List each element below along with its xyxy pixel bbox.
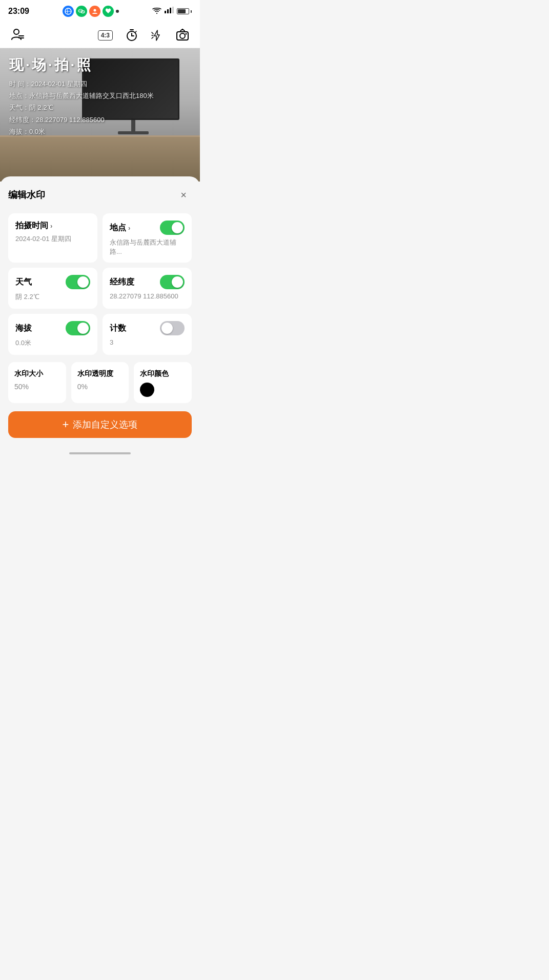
- watermark-location-row: 地点：永信路与岳麓西大道辅路交叉口西北180米: [9, 90, 154, 102]
- toggle-altitude[interactable]: [66, 321, 90, 335]
- alt-label: 海拔：: [9, 128, 29, 135]
- card-header-weather: 天气: [15, 275, 90, 289]
- edit-watermark-panel: 编辑水印 × 拍摄时间 ›2024-02-01 星期四地点 ›永信路与岳麓西大道…: [0, 176, 200, 448]
- status-time: 23:09: [8, 7, 29, 16]
- toggle-location[interactable]: [160, 221, 185, 235]
- svg-point-6: [83, 11, 84, 12]
- svg-rect-9: [167, 9, 169, 13]
- toggle-weather[interactable]: [66, 275, 90, 289]
- plus-icon: +: [63, 418, 69, 431]
- battery-icon: [177, 8, 192, 14]
- watermark-color-swatch[interactable]: [140, 383, 154, 397]
- time-label: 时 间：: [9, 80, 31, 88]
- svg-rect-11: [172, 7, 174, 13]
- timer-button[interactable]: [125, 29, 138, 42]
- watermark-text-overlay: 现·场·拍·照 时 间：2024-02-01 星期四 地点：永信路与岳麓西大道辅…: [0, 48, 163, 146]
- svg-rect-10: [170, 8, 171, 13]
- coord-value: 28.227079 112.885600: [36, 116, 105, 124]
- card-header-coordinates: 经纬度: [110, 275, 185, 289]
- settings-card-watermark-color[interactable]: 水印颜色: [134, 362, 192, 403]
- card-value-coordinates: 28.227079 112.885600: [110, 292, 185, 300]
- watermark-title: 现·场·拍·照: [9, 56, 154, 74]
- wifi-icon: [152, 7, 161, 16]
- card-shoot-time[interactable]: 拍摄时间 ›2024-02-01 星期四: [8, 213, 97, 263]
- browser-icon: [63, 6, 74, 17]
- toggle-count[interactable]: [160, 321, 185, 335]
- card-header-location: 地点 ›: [110, 221, 185, 235]
- location-value: 永信路与岳麓西大道辅路交叉口西北180米: [29, 92, 154, 99]
- camera-preview: 现·场·拍·照 时 间：2024-02-01 星期四 地点：永信路与岳麓西大道辅…: [0, 48, 200, 182]
- toggle-knob: [172, 276, 183, 288]
- watermark-time-row: 时 间：2024-02-01 星期四: [9, 78, 154, 90]
- chevron-icon: ›: [128, 224, 130, 232]
- aspect-ratio-button[interactable]: 4:3: [98, 30, 113, 41]
- settings-value-watermark-size: 50%: [14, 383, 60, 391]
- svg-point-2: [79, 10, 80, 11]
- weather-label: 天气：: [9, 104, 29, 111]
- toolbar-left: [10, 27, 25, 44]
- add-button-label: 添加自定义选项: [73, 418, 137, 431]
- card-value-weather: 阴 2.2℃: [15, 292, 90, 302]
- avatar-icon: [89, 6, 100, 17]
- card-header-shoot-time: 拍摄时间 ›: [15, 221, 90, 231]
- camera-switch-button[interactable]: [175, 28, 190, 43]
- card-altitude[interactable]: 海拔0.0米: [8, 314, 97, 355]
- card-count[interactable]: 计数3: [103, 314, 192, 355]
- toggle-coordinates[interactable]: [160, 275, 185, 289]
- add-custom-button[interactable]: + 添加自定义选项: [8, 411, 192, 438]
- settings-card-watermark-opacity[interactable]: 水印透明度0%: [71, 362, 129, 403]
- settings-title-watermark-size: 水印大小: [14, 369, 60, 378]
- camera-toolbar: 4:3: [0, 23, 200, 48]
- svg-line-16: [135, 31, 136, 32]
- card-title-location: 地点 ›: [110, 223, 130, 233]
- watermark-weather-row: 天气：阴 2.2℃: [9, 102, 154, 113]
- svg-point-21: [180, 33, 185, 38]
- settings-card-watermark-size[interactable]: 水印大小50%: [8, 362, 66, 403]
- health-icon: [103, 6, 114, 17]
- card-header-count: 计数: [110, 321, 185, 335]
- watermark-settings-row: 水印大小50%水印透明度0%水印颜色: [8, 362, 192, 403]
- location-label: 地点：: [9, 92, 29, 99]
- svg-point-12: [14, 29, 19, 34]
- toggle-knob: [161, 323, 173, 334]
- alt-value: 0.0米: [29, 128, 45, 135]
- svg-line-19: [152, 37, 153, 38]
- card-value-shoot-time: 2024-02-01 星期四: [15, 234, 90, 244]
- home-indicator: [0, 448, 200, 456]
- time-value: 2024-02-01 星期四: [31, 80, 87, 88]
- card-weather[interactable]: 天气阴 2.2℃: [8, 268, 97, 309]
- settings-title-watermark-color: 水印颜色: [140, 369, 186, 378]
- dot-indicator: [116, 10, 119, 13]
- panel-header: 编辑水印 ×: [8, 187, 192, 203]
- toggle-knob: [172, 222, 183, 233]
- signal-icon: [165, 7, 174, 16]
- card-location[interactable]: 地点 ›永信路与岳麓西大道辅路...: [103, 213, 192, 263]
- card-title-coordinates: 经纬度: [110, 277, 134, 288]
- toggle-knob: [77, 276, 89, 288]
- card-title-weather: 天气: [15, 277, 32, 288]
- toolbar-right: 4:3: [98, 28, 190, 43]
- svg-point-7: [93, 9, 96, 12]
- flash-button[interactable]: [151, 29, 163, 42]
- watermark-cards-grid: 拍摄时间 ›2024-02-01 星期四地点 ›永信路与岳麓西大道辅路...天气…: [8, 213, 192, 355]
- card-value-location: 永信路与岳麓西大道辅路...: [110, 238, 185, 256]
- chevron-icon: ›: [50, 222, 52, 230]
- settings-value-watermark-opacity: 0%: [77, 383, 123, 391]
- close-button[interactable]: ×: [175, 187, 192, 203]
- card-title-count: 计数: [110, 323, 126, 334]
- app-icons: [63, 6, 119, 17]
- card-value-count: 3: [110, 338, 185, 346]
- user-profile-icon[interactable]: [10, 27, 25, 44]
- card-value-altitude: 0.0米: [15, 338, 90, 348]
- weather-value: 阴 2.2℃: [29, 104, 53, 111]
- settings-title-watermark-opacity: 水印透明度: [77, 369, 123, 378]
- card-coordinates[interactable]: 经纬度28.227079 112.885600: [103, 268, 192, 309]
- svg-line-17: [152, 32, 153, 34]
- watermark-alt-row: 海拔：0.0米: [9, 126, 154, 137]
- watermark-info: 时 间：2024-02-01 星期四 地点：永信路与岳麓西大道辅路交叉口西北18…: [9, 78, 154, 138]
- status-icons: [152, 7, 192, 16]
- svg-rect-8: [165, 11, 166, 13]
- coord-label: 经纬度：: [9, 116, 36, 124]
- card-header-altitude: 海拔: [15, 321, 90, 335]
- svg-point-5: [82, 11, 82, 12]
